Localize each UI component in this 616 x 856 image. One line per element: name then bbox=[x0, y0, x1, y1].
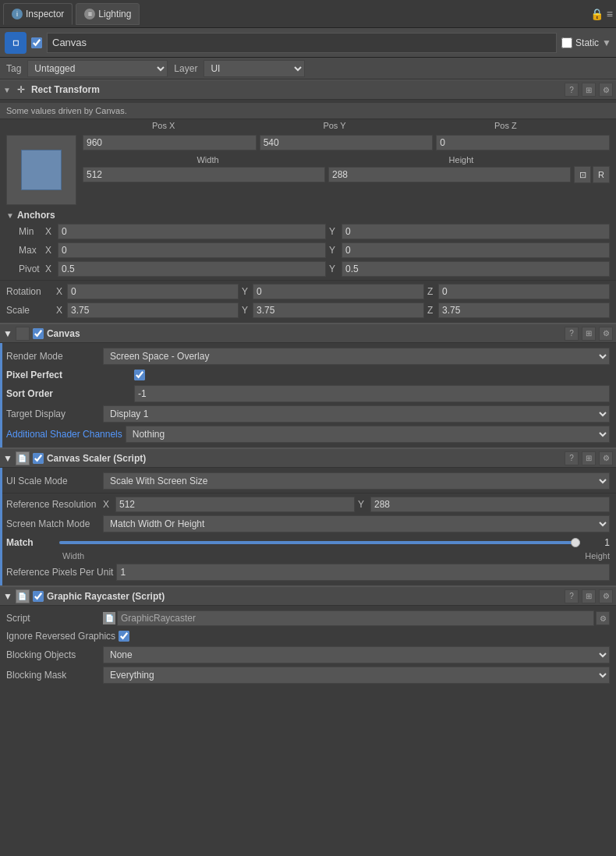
script-input[interactable] bbox=[117, 610, 594, 626]
pos-y-input[interactable] bbox=[260, 135, 434, 150]
canvas-layout-btn[interactable]: ⊞ bbox=[582, 327, 596, 341]
rect-transform-gear-btn[interactable]: ⚙ bbox=[599, 83, 613, 97]
ref-res-y-input[interactable] bbox=[370, 497, 610, 512]
canvas-section-header[interactable]: ▼ Canvas ? ⊞ ⚙ bbox=[0, 323, 616, 343]
match-slider-thumb[interactable] bbox=[571, 538, 580, 547]
rotation-x-input[interactable] bbox=[67, 284, 239, 299]
blocking-objects-dropdown[interactable]: None bbox=[103, 646, 610, 663]
target-display-dropdown[interactable]: Display 1 bbox=[103, 405, 610, 423]
height-header: Height bbox=[336, 155, 586, 164]
pos-values-row bbox=[83, 135, 610, 150]
shader-channels-row: Additional Shader Channels Nothing bbox=[0, 424, 616, 444]
layer-dropdown[interactable]: UI bbox=[204, 60, 305, 77]
ref-res-x-input[interactable] bbox=[115, 497, 355, 512]
scale-y-input[interactable] bbox=[253, 302, 424, 318]
canvas-scaler-content: UI Scale Mode Scale With Screen Size Ref… bbox=[0, 468, 616, 585]
rect-transform-layout-btn[interactable]: ⊞ bbox=[582, 83, 596, 97]
blocking-objects-row: Blocking Objects None bbox=[0, 645, 616, 665]
r-btn[interactable]: R bbox=[593, 166, 610, 183]
lock-icon[interactable]: 🔒 bbox=[590, 8, 604, 20]
anchor-max-y-input[interactable] bbox=[342, 242, 610, 258]
shader-channels-label[interactable]: Additional Shader Channels bbox=[6, 429, 122, 440]
rect-transform-help-btn[interactable]: ? bbox=[565, 83, 579, 97]
canvas-content: Render Mode Screen Space - Overlay Pixel… bbox=[0, 343, 616, 447]
rect-transform-header[interactable]: ▼ ✛ Rect Transform ? ⊞ ⚙ bbox=[0, 80, 616, 100]
anchor-min-x-input[interactable] bbox=[58, 224, 326, 239]
pivot-x-input[interactable] bbox=[58, 261, 326, 277]
graphic-raycaster-help-btn[interactable]: ? bbox=[565, 589, 579, 603]
ref-res-x-axis: X bbox=[103, 499, 112, 510]
tab-lighting[interactable]: ≡ Lighting bbox=[76, 3, 140, 25]
rotation-z-group: Z bbox=[427, 284, 610, 299]
pos-z-input[interactable] bbox=[436, 135, 610, 150]
anchor-min-x-label: X bbox=[45, 226, 55, 237]
render-mode-dropdown[interactable]: Screen Space - Overlay bbox=[103, 348, 610, 365]
sort-order-input[interactable] bbox=[134, 385, 610, 402]
object-enabled-checkbox[interactable] bbox=[31, 37, 42, 48]
target-display-label: Target Display bbox=[6, 409, 100, 419]
pivot-y-input[interactable] bbox=[342, 261, 610, 277]
screen-match-dropdown[interactable]: Match Width Or Height bbox=[103, 515, 610, 532]
script-gear-btn[interactable]: ⚙ bbox=[596, 611, 610, 625]
pixel-perfect-checkbox[interactable] bbox=[134, 370, 145, 380]
scale-y-group: Y bbox=[242, 302, 424, 318]
ui-scale-mode-dropdown[interactable]: Scale With Screen Size bbox=[103, 472, 610, 490]
ignore-reversed-checkbox[interactable] bbox=[119, 631, 129, 642]
ref-pixels-row: Reference Pixels Per Unit bbox=[0, 562, 616, 582]
anchor-min-y-input[interactable] bbox=[342, 224, 610, 239]
tab-bar: i Inspector ≡ Lighting 🔒 ≡ bbox=[0, 0, 616, 28]
tab-menu-icon[interactable]: ≡ bbox=[607, 8, 613, 20]
canvas-icon: ◻ bbox=[5, 32, 27, 54]
graphic-raycaster-layout-btn[interactable]: ⊞ bbox=[582, 589, 596, 603]
pos-x-input[interactable] bbox=[83, 135, 257, 150]
canvas-scaler-layout-btn[interactable]: ⊞ bbox=[582, 451, 596, 465]
anchors-subsection[interactable]: ▼ Anchors bbox=[0, 208, 616, 222]
canvas-scaler-gear-btn[interactable]: ⚙ bbox=[599, 451, 613, 465]
inspector-icon: i bbox=[12, 9, 23, 19]
rotation-label: Rotation bbox=[6, 286, 53, 297]
blueprint-btn[interactable]: ⊡ bbox=[574, 166, 591, 183]
rotation-y-input[interactable] bbox=[253, 284, 424, 299]
blocking-mask-row: Blocking Mask Everything bbox=[0, 665, 616, 685]
canvas-help-btn[interactable]: ? bbox=[565, 327, 579, 341]
sort-order-row: Sort Order bbox=[0, 384, 616, 404]
rect-transform-content: Some values driven by Canvas. Pos X Pos … bbox=[0, 100, 616, 323]
tab-inspector[interactable]: i Inspector bbox=[3, 3, 73, 25]
size-values-row: ⊡ R bbox=[83, 166, 610, 183]
scale-y-axis: Y bbox=[242, 305, 251, 316]
canvas-scaler-enabled-checkbox[interactable] bbox=[33, 453, 44, 464]
anchor-max-x-input[interactable] bbox=[58, 242, 326, 258]
canvas-scaler-header[interactable]: ▼ 📄 Canvas Scaler (Script) ? ⊞ ⚙ bbox=[0, 447, 616, 468]
canvas-section-actions: ? ⊞ ⚙ bbox=[565, 327, 613, 341]
match-slider-track[interactable] bbox=[59, 541, 580, 544]
width-slider-label: Width bbox=[62, 551, 84, 561]
static-label: Static bbox=[575, 37, 599, 48]
shader-channels-dropdown[interactable]: Nothing bbox=[126, 426, 610, 443]
blocking-mask-dropdown[interactable]: Everything bbox=[103, 667, 610, 684]
graphic-raycaster-enabled-checkbox[interactable] bbox=[33, 591, 44, 602]
ref-pixels-input[interactable] bbox=[116, 564, 610, 581]
object-name-input[interactable] bbox=[47, 33, 557, 53]
rotation-z-input[interactable] bbox=[438, 284, 610, 299]
tag-dropdown[interactable]: Untagged bbox=[27, 60, 168, 77]
graphic-raycaster-header[interactable]: ▼ 📄 Graphic Raycaster (Script) ? ⊞ ⚙ bbox=[0, 585, 616, 606]
canvas-gear-btn[interactable]: ⚙ bbox=[599, 327, 613, 341]
scale-label: Scale bbox=[6, 305, 53, 316]
scale-z-group: Z bbox=[427, 302, 610, 318]
rect-transform-icon: ✛ bbox=[14, 83, 28, 97]
height-input[interactable] bbox=[328, 167, 571, 182]
rotation-fields: X Y Z bbox=[56, 284, 610, 299]
static-dropdown-arrow[interactable]: ▼ bbox=[602, 37, 611, 48]
width-input[interactable] bbox=[83, 167, 325, 182]
rect-fields: Width Height ⊡ R bbox=[83, 135, 610, 205]
anchor-max-x-label: X bbox=[45, 245, 55, 256]
canvas-enabled-checkbox[interactable] bbox=[33, 328, 44, 339]
height-slider-label: Height bbox=[585, 551, 610, 561]
scale-z-input[interactable] bbox=[438, 302, 610, 318]
graphic-raycaster-gear-btn[interactable]: ⚙ bbox=[599, 589, 613, 603]
scale-x-input[interactable] bbox=[67, 302, 239, 318]
canvas-scaler-help-btn[interactable]: ? bbox=[565, 451, 579, 465]
static-checkbox[interactable] bbox=[561, 37, 572, 48]
rotation-x-axis: X bbox=[56, 286, 65, 297]
rect-transform-arrow: ▼ bbox=[3, 86, 11, 94]
